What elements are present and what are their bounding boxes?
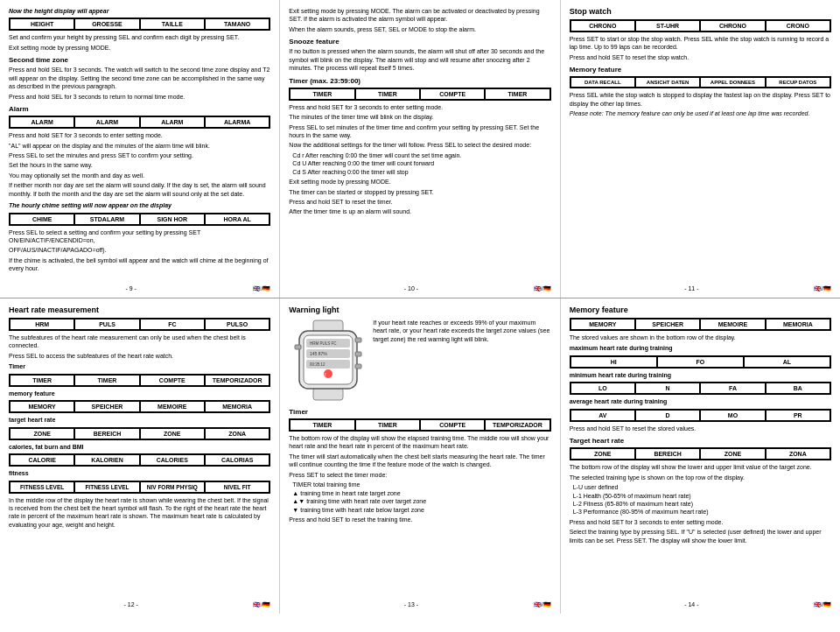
exit-setting-text: Exit setting mode by pressing MODE. The … bbox=[289, 7, 550, 24]
hr-text3: In the middle row of the display the hea… bbox=[9, 496, 270, 530]
avghr-cell-4: PR bbox=[766, 410, 830, 421]
type-1: L-U user defined bbox=[573, 483, 831, 491]
thr12-cell-1: ZONE bbox=[10, 428, 74, 439]
svg-rect-8 bbox=[355, 352, 361, 356]
alarm-cell-4: ALARMA bbox=[205, 116, 270, 128]
max-hr-label: maximum heart rate during training bbox=[570, 344, 831, 352]
timer10-text8: After the timer time is up an alarm will… bbox=[289, 207, 550, 215]
t13-mode-3: ▲▼ training time with heart rate over ta… bbox=[292, 497, 550, 505]
page-container: Now the height display will appear HEIGH… bbox=[0, 0, 840, 614]
target-hr14-text3: Press and hold SET for 3 seconds to ente… bbox=[570, 518, 831, 526]
top-row: Now the height display will appear HEIGH… bbox=[0, 0, 840, 298]
stopwatch-title: Stop watch bbox=[570, 7, 831, 16]
height-text1: Set and confirm your height by pressing … bbox=[9, 33, 270, 41]
m12-cell-1: MEMORY bbox=[10, 401, 74, 412]
t13-mode-2: ▲ training time in heart rate target zon… bbox=[292, 489, 550, 497]
hr-title: Heart rate measurement bbox=[9, 305, 270, 314]
fit-cell-2: FITNESS LEVEL bbox=[74, 481, 139, 493]
timer-mode-2: Cd U After reaching 0:00 the timer will … bbox=[292, 159, 550, 167]
fit-cell-4: NIVEL FIT bbox=[205, 481, 270, 493]
second-time-zone-text2: Press and hold SEL for 3 seconds to retu… bbox=[9, 93, 270, 101]
m11-cell-3: APPEL DONNEES bbox=[700, 77, 765, 88]
m12-cell-4: MEMORIA bbox=[205, 401, 270, 412]
memory11-title: Memory feature bbox=[570, 66, 831, 74]
thr12-cell-4: ZONA bbox=[205, 428, 270, 439]
mem11-text2: Please note: The memory feature can only… bbox=[570, 109, 831, 117]
page9-flags: 🇬🇧/🇩🇪 bbox=[253, 285, 270, 292]
sw-text1: Press SET to start or stop the stop watc… bbox=[570, 35, 831, 52]
svg-text:145  87%: 145 87% bbox=[310, 351, 327, 356]
page14-number: - 14 - bbox=[570, 601, 814, 608]
page9-footer: - 9 - 🇬🇧/🇩🇪 bbox=[0, 285, 279, 292]
height-cell-1: HEIGHT bbox=[10, 18, 74, 30]
t13-cell-2: TIMER bbox=[355, 419, 420, 431]
m11-cell-1: DATA RECALL bbox=[570, 77, 635, 88]
timer10-cell-2: TIMER bbox=[355, 88, 420, 100]
svg-rect-10 bbox=[295, 345, 301, 349]
timer10-text2: The minutes of the timer time will blink… bbox=[289, 113, 550, 121]
mem14-text1: The stored values are shown in the botto… bbox=[570, 334, 831, 341]
alarm-table: ALARM ALARM ALARM ALARMA bbox=[9, 116, 270, 129]
cal-cell-3: CALORIES bbox=[140, 454, 205, 466]
watch-illustration: ! HRM PULS FC 145 87% 00:35:12 bbox=[289, 319, 368, 402]
watch-svg-wrap: ! HRM PULS FC 145 87% 00:35:12 bbox=[289, 319, 368, 404]
timer13-text2: The timer will start automatically when … bbox=[289, 453, 550, 469]
timer10-text5: Exit setting mode by pressing MODE. bbox=[289, 178, 550, 186]
type-2: L-1 Health (50-65% of maximum heart rate… bbox=[573, 492, 831, 500]
page12-footer: - 12 - 🇬🇧/🇩🇪 bbox=[0, 601, 279, 608]
avghr-cell-2: D bbox=[635, 410, 700, 421]
t13-cell-4: TEMPORIZADOR bbox=[485, 419, 550, 431]
column-page12: Heart rate measurement HRM PULS FC PULSO… bbox=[0, 298, 280, 614]
page10-footer: - 10 - 🇬🇧/🇩🇪 bbox=[280, 285, 559, 292]
t13-mode-4: ▼ training time with heart rate below ta… bbox=[292, 506, 550, 514]
hourly-cell-2: STDALARM bbox=[74, 214, 139, 225]
maxhr-cell-3: AL bbox=[744, 356, 830, 368]
t13-mode-1: TIMER total training time bbox=[292, 481, 550, 488]
hourly-text2: OFF/AUS/INACTIF/APAGADO=off). bbox=[9, 246, 270, 254]
avghr-cell-1: AV bbox=[570, 410, 635, 421]
mem14-text2: Press and hold SET to reset the stored v… bbox=[570, 425, 831, 432]
timer10-table: TIMER TIMER COMPTE TIMER bbox=[289, 88, 550, 101]
page12-number: - 12 - bbox=[9, 601, 253, 608]
page14-flags: 🇬🇧/🇩🇪 bbox=[814, 601, 831, 608]
warning-text: If your heart rate reaches or exceeds 99… bbox=[373, 319, 550, 343]
warning-img-container: ! HRM PULS FC 145 87% 00:35:12 If your h… bbox=[289, 319, 550, 404]
type-3: L-2 Fitness (65-80% of maximum heart rat… bbox=[573, 500, 831, 508]
hr-text1: The subfeatures of the heart rate measur… bbox=[9, 334, 270, 350]
height-cell-3: TAILLE bbox=[140, 18, 205, 30]
avg-hr-label: average heart rate during training bbox=[570, 397, 831, 405]
minhr-cell-4: BA bbox=[766, 383, 830, 394]
minhr-cell-1: LO bbox=[570, 383, 635, 394]
target-hr12-table: ZONE BEREICH ZONE ZONA bbox=[9, 427, 270, 440]
mem12-label: memory feature bbox=[9, 390, 270, 397]
thr14-cell-4: ZONA bbox=[766, 448, 830, 460]
alarm-text4: Set the hours in the same way. bbox=[9, 161, 270, 169]
hourly-cell-3: SIGN HOR bbox=[140, 214, 205, 225]
hourly-text1: Press SEL to select a setting and confir… bbox=[9, 228, 270, 245]
timer10-text3: Press SEL to set minutes of the timer ti… bbox=[289, 123, 550, 140]
timer10-text1: Press and hold SET for 3 seconds to ente… bbox=[289, 103, 550, 111]
minhr-cell-2: N bbox=[635, 383, 700, 394]
target-hr14-table: ZONE BEREICH ZONE ZONA bbox=[570, 447, 831, 460]
hr-cell-2: PULS bbox=[74, 319, 139, 330]
page12-flags: 🇬🇧/🇩🇪 bbox=[253, 601, 270, 608]
svg-rect-1 bbox=[313, 388, 343, 400]
timer13-table: TIMER TIMER COMPTE TEMPORIZADOR bbox=[289, 418, 550, 432]
timer13-text1: The bottom row of the display will show … bbox=[289, 434, 550, 451]
alarm-text2: "AL" will appear on the display and the … bbox=[9, 142, 270, 150]
t13-cell-3: COMPTE bbox=[420, 419, 485, 431]
timer10-cell-3: COMPTE bbox=[420, 88, 485, 100]
target-hr14-text1: The bottom row of the display will show … bbox=[570, 463, 831, 471]
hr-table: HRM PULS FC PULSO bbox=[9, 318, 270, 331]
second-time-zone-text: Press and hold SEL for 3 seconds. The wa… bbox=[9, 66, 270, 90]
m12-cell-2: SPEICHER bbox=[74, 401, 139, 412]
timer-modes-list: Cd r After reaching 0:00 the timer will … bbox=[292, 151, 550, 176]
mem14-cell-3: MEMOIRE bbox=[700, 319, 765, 330]
hourly-text3: If the chime is activated, the bell symb… bbox=[9, 256, 270, 273]
timer13-title: Timer bbox=[289, 408, 550, 416]
timer10-cell-4: TIMER bbox=[485, 88, 550, 100]
column-page14: Memory feature MEMORY SPEICHER MEMOIRE M… bbox=[561, 298, 840, 614]
minhr-cell-3: FA bbox=[700, 383, 765, 394]
hourly-cell-1: CHIME bbox=[10, 214, 74, 225]
mem14-cell-1: MEMORY bbox=[570, 319, 635, 330]
